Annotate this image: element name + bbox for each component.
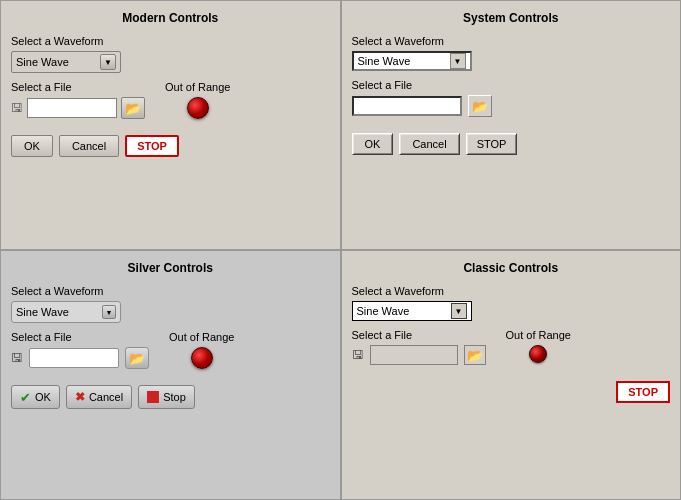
silver-stop-icon xyxy=(147,391,159,403)
classic-waveform-arrow: ▼ xyxy=(451,303,467,319)
silver-folder-icon: 📂 xyxy=(129,351,145,366)
classic-title: Classic Controls xyxy=(352,261,671,275)
modern-out-of-range-label: Out of Range xyxy=(165,81,230,93)
silver-waveform-combo[interactable]: Sine Wave ▼ xyxy=(11,301,121,323)
silver-out-of-range-indicator xyxy=(191,347,213,369)
classic-controls-panel: Classic Controls Select a Waveform Sine … xyxy=(341,250,682,500)
silver-title: Silver Controls xyxy=(11,261,330,275)
modern-stop-button[interactable]: STOP xyxy=(125,135,179,157)
modern-out-of-range-indicator xyxy=(187,97,209,119)
modern-ok-button[interactable]: OK xyxy=(11,135,53,157)
modern-folder-icon: 📂 xyxy=(125,101,141,116)
system-file-input[interactable] xyxy=(352,96,462,116)
silver-stop-label: Stop xyxy=(163,391,186,403)
classic-waveform-value: Sine Wave xyxy=(357,305,410,317)
modern-waveform-combo[interactable]: Sine Wave ▼ xyxy=(11,51,121,73)
silver-check-icon: ✔ xyxy=(20,390,31,405)
classic-waveform-label: Select a Waveform xyxy=(352,285,671,297)
system-waveform-arrow: ▼ xyxy=(450,53,466,69)
modern-folder-button[interactable]: 📂 xyxy=(121,97,145,119)
classic-file-label: Select a File xyxy=(352,329,486,341)
modern-title: Modern Controls xyxy=(11,11,330,25)
classic-file-icon-left: 🖫 xyxy=(352,348,364,362)
silver-stop-button[interactable]: Stop xyxy=(138,385,195,409)
system-folder-icon: 📂 xyxy=(472,99,488,114)
modern-file-input[interactable] xyxy=(27,98,117,118)
classic-file-input[interactable] xyxy=(370,345,458,365)
silver-cancel-button[interactable]: ✖ Cancel xyxy=(66,385,132,409)
system-controls-panel: System Controls Select a Waveform Sine W… xyxy=(341,0,682,250)
system-waveform-label: Select a Waveform xyxy=(352,35,671,47)
modern-waveform-arrow: ▼ xyxy=(100,54,116,70)
classic-folder-icon: 📂 xyxy=(467,348,483,363)
silver-waveform-arrow: ▼ xyxy=(102,305,116,319)
system-folder-button[interactable]: 📂 xyxy=(468,95,492,117)
silver-ok-button[interactable]: ✔ OK xyxy=(11,385,60,409)
silver-waveform-label: Select a Waveform xyxy=(11,285,330,297)
classic-out-of-range-indicator xyxy=(529,345,547,363)
classic-stop-button[interactable]: STOP xyxy=(616,381,670,403)
classic-waveform-combo[interactable]: Sine Wave ▼ xyxy=(352,301,472,321)
silver-cancel-label: Cancel xyxy=(89,391,123,403)
modern-controls-panel: Modern Controls Select a Waveform Sine W… xyxy=(0,0,341,250)
system-waveform-value: Sine Wave xyxy=(358,55,411,67)
modern-cancel-button[interactable]: Cancel xyxy=(59,135,119,157)
silver-file-label: Select a File xyxy=(11,331,149,343)
silver-folder-button[interactable]: 📂 xyxy=(125,347,149,369)
modern-file-label: Select a File xyxy=(11,81,145,93)
classic-folder-button[interactable]: 📂 xyxy=(464,345,486,365)
system-stop-button[interactable]: STOP xyxy=(466,133,518,155)
modern-waveform-value: Sine Wave xyxy=(16,56,69,68)
classic-out-of-range-label: Out of Range xyxy=(506,329,571,341)
system-ok-button[interactable]: OK xyxy=(352,133,394,155)
silver-ok-label: OK xyxy=(35,391,51,403)
modern-waveform-label: Select a Waveform xyxy=(11,35,330,47)
silver-waveform-value: Sine Wave xyxy=(16,306,69,318)
silver-file-icon-left: 🖫 xyxy=(11,351,23,365)
silver-file-input[interactable] xyxy=(29,348,119,368)
silver-controls-panel: Silver Controls Select a Waveform Sine W… xyxy=(0,250,341,500)
modern-file-icon-left: 🖫 xyxy=(11,101,23,115)
silver-out-of-range-label: Out of Range xyxy=(169,331,234,343)
system-cancel-button[interactable]: Cancel xyxy=(399,133,459,155)
silver-cross-icon: ✖ xyxy=(75,390,85,404)
system-waveform-combo[interactable]: Sine Wave ▼ xyxy=(352,51,472,71)
system-title: System Controls xyxy=(352,11,671,25)
system-file-label: Select a File xyxy=(352,79,671,91)
